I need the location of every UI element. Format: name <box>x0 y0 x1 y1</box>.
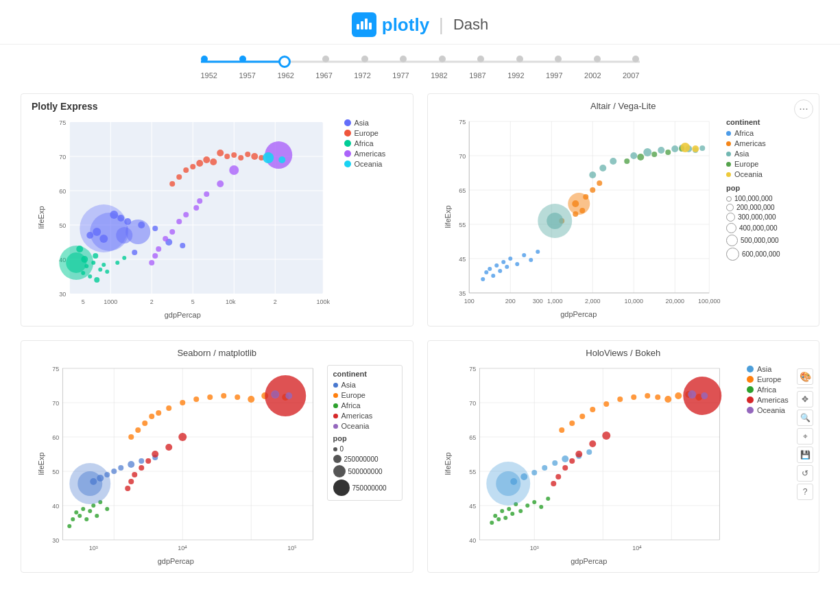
seaborn-dot-oceania <box>333 424 338 429</box>
legend-label-africa: Africa <box>355 139 374 147</box>
svg-text:45: 45 <box>469 503 476 510</box>
svg-point-186 <box>67 524 71 528</box>
svg-point-191 <box>118 465 123 471</box>
seaborn-pop-title: pop <box>333 434 396 442</box>
holoviews-inner: lifeExp 75 70 65 <box>435 362 813 565</box>
svg-point-54 <box>80 204 128 252</box>
svg-point-208 <box>149 414 154 419</box>
altair-x-label: gdpPercap <box>435 310 723 318</box>
slider-dot-3[interactable] <box>322 56 329 62</box>
slider-dot-11[interactable] <box>632 56 639 62</box>
svg-text:50: 50 <box>59 222 66 229</box>
bokeh-lasso-tool[interactable]: ⌖ <box>797 428 813 445</box>
svg-point-180 <box>84 517 88 521</box>
svg-point-77 <box>176 219 182 224</box>
hv-dot-americas <box>747 396 754 403</box>
svg-text:70: 70 <box>469 400 476 407</box>
svg-point-143 <box>589 171 596 178</box>
slider-dot-6[interactable] <box>439 56 446 62</box>
seaborn-dot-asia <box>333 383 338 388</box>
seaborn-pop-items: 0 250000000 500000000 <box>333 445 396 496</box>
logo: plotly | Dash <box>352 12 488 37</box>
svg-point-124 <box>536 250 540 254</box>
svg-point-181 <box>88 509 92 513</box>
svg-point-280 <box>589 440 596 447</box>
slider-dot-5[interactable] <box>400 56 407 62</box>
slider-dot-0[interactable] <box>201 56 208 62</box>
svg-text:5: 5 <box>191 298 195 305</box>
altair-y-label: lifeExp <box>443 205 451 228</box>
svg-point-254 <box>546 497 550 501</box>
svg-text:5: 5 <box>82 298 85 305</box>
altair-legend-europe: Europe <box>726 160 808 168</box>
seaborn-legend-africa: Africa <box>333 401 396 410</box>
svg-text:10⁴: 10⁴ <box>178 545 187 552</box>
bokeh-color-wheel[interactable]: 🎨 <box>797 368 813 385</box>
seaborn-title: Seaborn / matplotlib <box>28 348 406 358</box>
seaborn-pop-label-500: 500000000 <box>348 468 383 475</box>
altair-chart: ··· Altair / Vega-Lite lifeExp <box>427 93 820 327</box>
svg-text:10³: 10³ <box>529 545 538 552</box>
svg-point-27 <box>88 274 92 279</box>
altair-dot-asia <box>726 152 731 156</box>
svg-point-215 <box>152 451 158 458</box>
bokeh-zoom-tool[interactable]: 🔍 <box>797 410 813 426</box>
svg-point-67 <box>176 174 182 180</box>
svg-text:75: 75 <box>459 119 466 126</box>
svg-point-30 <box>98 268 102 272</box>
year-label-9: 1997 <box>546 71 562 80</box>
svg-point-265 <box>617 396 623 402</box>
seaborn-svg: 75 70 60 50 40 30 10³ 10⁴ 10⁵ <box>28 362 324 554</box>
seaborn-label-africa: Africa <box>341 401 361 410</box>
svg-point-222 <box>285 392 292 399</box>
svg-point-75 <box>193 205 199 211</box>
svg-point-116 <box>494 263 499 268</box>
svg-point-192 <box>128 461 134 468</box>
slider-dot-8[interactable] <box>516 56 523 62</box>
year-label-7: 1987 <box>469 71 485 80</box>
svg-text:75: 75 <box>469 366 476 372</box>
svg-text:2: 2 <box>150 298 154 305</box>
svg-point-113 <box>484 270 488 274</box>
year-label-8: 1992 <box>507 71 524 80</box>
seaborn-pop-label-750: 750000000 <box>352 484 387 492</box>
svg-point-32 <box>105 270 109 274</box>
svg-point-73 <box>204 191 209 197</box>
bokeh-pan-tool[interactable]: ✥ <box>797 391 813 407</box>
holoviews-plot: lifeExp 75 70 65 <box>435 362 744 565</box>
bokeh-save-tool[interactable]: 💾 <box>797 447 813 463</box>
svg-text:10³: 10³ <box>89 545 98 552</box>
svg-point-142 <box>599 165 606 171</box>
svg-point-269 <box>664 396 671 403</box>
altair-title: Altair / Vega-Lite <box>435 101 813 111</box>
slider-dot-2[interactable] <box>278 56 291 68</box>
seaborn-legend-oceania: Oceania <box>333 422 396 430</box>
altair-label-europe: Europe <box>734 160 758 168</box>
seaborn-pop-label-250: 250000000 <box>344 455 379 463</box>
altair-pop-label-2: 200,000,000 <box>736 204 775 211</box>
slider-dot-1[interactable] <box>239 56 246 62</box>
legend-africa: Africa <box>344 139 399 147</box>
svg-point-244 <box>496 517 501 521</box>
svg-point-285 <box>551 481 556 486</box>
altair-pop-300m: 300,000,000 <box>726 213 808 222</box>
svg-point-72 <box>217 180 224 187</box>
slider-dot-4[interactable] <box>361 56 368 62</box>
slider-dot-9[interactable] <box>555 56 562 62</box>
svg-point-193 <box>139 458 144 464</box>
altair-pop-circle-2 <box>726 204 734 211</box>
svg-point-242 <box>490 521 494 525</box>
seaborn-label-asia: Asia <box>341 381 356 389</box>
svg-point-267 <box>645 393 650 399</box>
hv-dot-africa <box>747 386 754 393</box>
year-slider[interactable] <box>201 55 640 69</box>
bokeh-help-tool[interactable]: ? <box>797 484 813 500</box>
logo-bars <box>355 18 374 32</box>
slider-dot-7[interactable] <box>477 56 484 62</box>
svg-point-151 <box>680 143 690 152</box>
logo-divider: | <box>439 14 444 36</box>
bokeh-reset-tool[interactable]: ↺ <box>797 465 813 482</box>
slider-dot-10[interactable] <box>594 56 601 62</box>
svg-point-68 <box>169 181 175 187</box>
seaborn-pop-circle-0 <box>333 447 337 451</box>
